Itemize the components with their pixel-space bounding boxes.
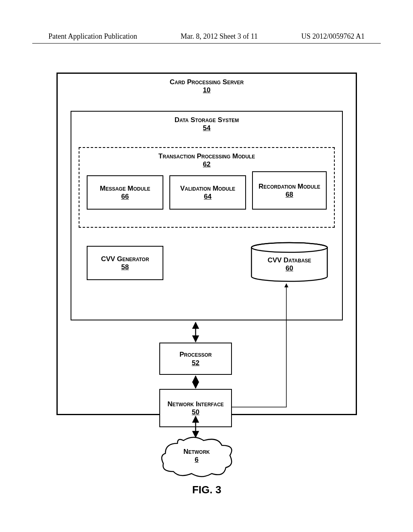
message-module-num: 66 <box>88 193 163 201</box>
network-num: 6 <box>157 456 236 464</box>
validation-module-label: Validation Module <box>170 184 245 193</box>
network-label: Network <box>157 447 236 456</box>
validation-module-num: 64 <box>170 193 245 201</box>
recordation-module-label: Recordation Module <box>253 182 326 191</box>
data-storage-label: Data Storage System <box>71 116 342 124</box>
network-cloud: Network 6 <box>157 433 236 480</box>
validation-module-box: Validation Module 64 <box>169 175 246 210</box>
header-rule <box>32 43 381 44</box>
processor-label: Processor <box>160 350 231 359</box>
figure-diagram: Card Processing Server 10 Data Storage S… <box>56 73 357 476</box>
header-center: Mar. 8, 2012 Sheet 3 of 11 <box>181 32 258 41</box>
cvv-database-cylinder: CVV Database 60 <box>250 242 329 282</box>
cvv-generator-box: CVV Generator 58 <box>87 246 163 280</box>
message-module-box: Message Module 66 <box>87 175 163 210</box>
data-storage-num: 54 <box>71 124 342 132</box>
cvv-database-num: 60 <box>250 264 329 272</box>
net-if-num: 50 <box>160 408 231 416</box>
tp-module-label: Transaction Processing Module <box>79 152 334 160</box>
processor-num: 52 <box>160 359 231 367</box>
page-header: Patent Application Publication Mar. 8, 2… <box>0 32 413 41</box>
processor-box: Processor 52 <box>159 343 232 375</box>
message-module-label: Message Module <box>88 184 163 193</box>
header-left: Patent Application Publication <box>48 32 137 41</box>
card-server-label: Card Processing Server <box>58 78 356 86</box>
network-interface-box: Network Interface 50 <box>159 389 232 427</box>
tp-module-num: 62 <box>79 160 334 168</box>
cvv-generator-label: CVV Generator <box>88 255 163 263</box>
header-right: US 2012/0059762 A1 <box>301 32 365 41</box>
recordation-module-box: Recordation Module 68 <box>252 171 327 210</box>
recordation-module-num: 68 <box>253 191 326 199</box>
net-if-label: Network Interface <box>160 400 231 408</box>
cvv-database-label: CVV Database <box>250 256 329 264</box>
cvv-generator-num: 58 <box>88 263 163 271</box>
figure-label: FIG. 3 <box>56 484 357 496</box>
card-server-num: 10 <box>58 86 356 94</box>
